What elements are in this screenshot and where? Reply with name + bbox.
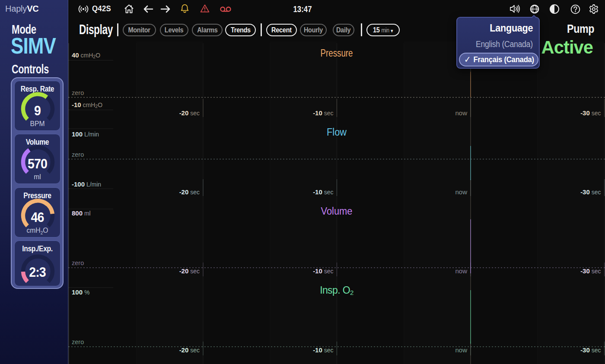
svg-text:-10 sec: -10 sec [313, 267, 333, 275]
svg-text:-30 sec: -30 sec [580, 267, 601, 275]
svg-text:-20 sec: -20 sec [179, 109, 200, 117]
svg-text:-10 cmH2O: -10 cmH2O [72, 101, 102, 109]
svg-text:800 ml: 800 ml [72, 209, 91, 217]
svg-text:Volume: Volume [321, 206, 353, 217]
svg-text:-10 sec: -10 sec [313, 346, 333, 354]
svg-text:-30 sec: -30 sec [580, 346, 601, 354]
svg-text:-20 sec: -20 sec [179, 267, 200, 275]
svg-text:Insp. O2: Insp. O2 [320, 285, 353, 296]
svg-text:100 %: 100 % [72, 288, 89, 296]
svg-text:-30 sec: -30 sec [580, 109, 601, 117]
svg-text:-20 sec: -20 sec [179, 188, 200, 196]
svg-text:-10 sec: -10 sec [313, 109, 333, 117]
svg-text:40 cmH2O: 40 cmH2O [72, 51, 100, 59]
svg-text:Pressure: Pressure [321, 47, 353, 59]
svg-text:now: now [455, 267, 467, 275]
svg-text:now: now [455, 188, 467, 196]
svg-text:-100 L/min: -100 L/min [72, 180, 101, 188]
svg-text:-10 sec: -10 sec [313, 188, 333, 196]
svg-text:zero: zero [72, 339, 84, 345]
svg-text:-20 sec: -20 sec [179, 346, 200, 354]
svg-text:now: now [455, 109, 467, 117]
svg-text:-30 sec: -30 sec [580, 188, 601, 196]
svg-text:zero: zero [72, 89, 84, 96]
svg-text:now: now [455, 346, 467, 354]
svg-text:Flow: Flow [327, 127, 347, 138]
svg-text:100 L/min: 100 L/min [72, 130, 99, 138]
svg-text:zero: zero [72, 260, 84, 266]
svg-text:zero: zero [72, 151, 84, 158]
